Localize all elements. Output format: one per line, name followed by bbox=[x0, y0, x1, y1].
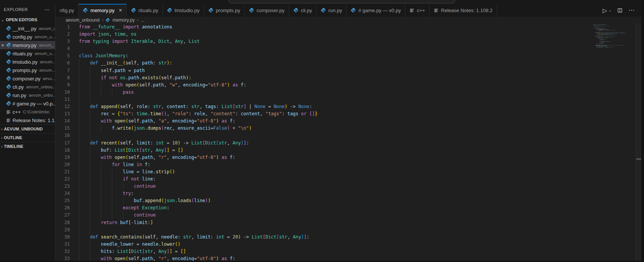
indent-guide bbox=[79, 190, 79, 197]
chevron-right-icon: › bbox=[1, 136, 2, 140]
tab-nfig-py[interactable]: nfig.py bbox=[55, 4, 79, 17]
title-bar bbox=[0, 0, 641, 4]
line-number: 2 bbox=[55, 31, 70, 38]
open-editor-item-rituals-py[interactable]: rituals.pyaevum_u... bbox=[0, 49, 55, 58]
minimap[interactable]: from __future__ import annotationsimport… bbox=[593, 24, 637, 256]
python-icon bbox=[321, 8, 326, 13]
open-editor-item-c[interactable]: c++C:\Code\limbo bbox=[0, 108, 55, 116]
open-editor-item-lmstudio-py[interactable]: lmstudio.pyaevum... bbox=[0, 58, 55, 66]
code-lines[interactable]: from __future__ import annotationsimport… bbox=[79, 24, 630, 261]
code-line-2: import json, time, os bbox=[79, 31, 630, 38]
tab-lmstudio-py[interactable]: lmstudio.py bbox=[163, 4, 204, 17]
code-line-16 bbox=[79, 132, 630, 139]
line-number: 24 bbox=[55, 190, 70, 197]
python-icon bbox=[208, 8, 214, 13]
open-editor-item-release-notes-1-1[interactable]: Release Notes: 1.1... bbox=[0, 116, 55, 124]
explorer-sidebar: EXPLORER ⋯ ⌄ OPEN EDITORS __init__.pyaev… bbox=[0, 4, 55, 261]
code-line-10: pass bbox=[79, 89, 630, 96]
python-icon bbox=[83, 8, 88, 13]
indent-guide bbox=[101, 197, 101, 204]
close-icon[interactable]: ✕ bbox=[1, 43, 4, 47]
indent-guide bbox=[90, 204, 90, 212]
python-icon bbox=[6, 34, 11, 39]
indent-guide bbox=[90, 110, 90, 118]
tab-composer-py[interactable]: composer.py bbox=[245, 4, 289, 17]
sidebar-sections: ›AEVUM_UNBOUND›OUTLINE›TIMELINE bbox=[0, 124, 55, 151]
code-line-13: rec = {"ts": time.time(), "role": role, … bbox=[79, 110, 630, 118]
line-number: 33 bbox=[55, 255, 70, 261]
python-icon bbox=[6, 42, 11, 48]
code-line-9: with open(self.path, "w", encoding="utf-… bbox=[79, 82, 630, 89]
python-icon bbox=[6, 26, 11, 31]
indent-guide bbox=[90, 89, 90, 96]
tab-prompts-py[interactable]: prompts.py bbox=[204, 4, 245, 17]
open-editors-list: __init__.pyaevum_u... config.pyaevum_u..… bbox=[0, 24, 55, 124]
line-number: 14 bbox=[55, 118, 70, 125]
indent-guide bbox=[79, 67, 79, 74]
open-editor-item-init-py[interactable]: __init__.pyaevum_u... bbox=[0, 24, 55, 33]
tab-memory-py[interactable]: memory.py✕ bbox=[79, 4, 127, 17]
open-editor-name: lmstudio.py bbox=[13, 59, 38, 65]
tab-c[interactable]: c++ bbox=[405, 4, 430, 17]
python-icon bbox=[6, 51, 11, 56]
sidebar-section-timeline[interactable]: ›TIMELINE bbox=[0, 142, 55, 151]
indent-guide bbox=[79, 125, 79, 132]
split-editor-button[interactable] bbox=[617, 8, 623, 13]
line-number: 1 bbox=[55, 24, 70, 31]
indent-guide bbox=[101, 204, 101, 212]
run-python-file-button[interactable]: ▷ ⌄ bbox=[603, 8, 611, 13]
breadcrumb-symbol[interactable]: ... bbox=[141, 17, 145, 23]
tab-label: memory.py bbox=[90, 8, 114, 13]
close-icon[interactable]: ✕ bbox=[119, 8, 122, 13]
open-editor-item-cli-py[interactable]: cli.pyaevum_unbou... bbox=[0, 83, 55, 91]
indent-guide bbox=[112, 197, 112, 204]
indent-guide bbox=[123, 212, 123, 219]
code-line-19: with open(self.path, "r", encoding="utf-… bbox=[79, 154, 630, 161]
indent-guide bbox=[79, 60, 79, 67]
breadcrumb-file[interactable]: memory.py bbox=[112, 17, 134, 23]
indent-guide bbox=[79, 161, 79, 168]
play-icon: ▷ bbox=[603, 8, 607, 13]
more-actions-icon[interactable]: ⋯ bbox=[628, 7, 635, 13]
python-icon bbox=[293, 8, 299, 13]
tab-game-py-v0-py[interactable]: # game.py — v0.py bbox=[346, 4, 405, 17]
chevron-right-icon: › bbox=[1, 127, 2, 131]
python-icon bbox=[6, 59, 11, 64]
open-editor-item-config-py[interactable]: config.pyaevum_u... bbox=[0, 33, 55, 41]
open-editor-name: memory.py bbox=[13, 42, 36, 48]
code-line-15: f.write(json.dumps(rec, ensure_ascii=Fal… bbox=[79, 125, 630, 132]
tab-release-notes-1-108-2[interactable]: Release Notes: 1.108.2 bbox=[430, 4, 497, 17]
chevron-right-icon: › bbox=[1, 144, 2, 149]
python-icon bbox=[6, 101, 11, 106]
indent-guide bbox=[112, 190, 112, 197]
explorer-more-actions-icon[interactable]: ⋯ bbox=[44, 6, 50, 13]
tab-cli-py[interactable]: cli.py bbox=[289, 4, 317, 17]
tab-label: Release Notes: 1.108.2 bbox=[441, 8, 493, 13]
code-line-26: except Exception: bbox=[79, 204, 630, 212]
indent-guide bbox=[123, 183, 123, 190]
open-editor-item-memory-py[interactable]: ✕ memory.pyaevum_... bbox=[0, 41, 55, 49]
indent-guide bbox=[79, 255, 79, 261]
vertical-scrollbar[interactable] bbox=[636, 24, 641, 261]
code-line-3: from typing import Iterable, Dict, Any, … bbox=[79, 38, 630, 45]
indent-guide bbox=[90, 226, 90, 234]
sidebar-section-outline[interactable]: ›OUTLINE bbox=[0, 133, 55, 142]
code-line-18: buf: List[Dict[str, Any]] = [] bbox=[79, 147, 630, 154]
chevron-right-icon: › bbox=[102, 17, 103, 23]
indent-guide bbox=[101, 89, 101, 96]
breadcrumb-folder[interactable]: aevum_unbound bbox=[66, 17, 99, 23]
line-number: 13 bbox=[55, 110, 70, 118]
open-editors-header[interactable]: ⌄ OPEN EDITORS bbox=[0, 15, 55, 24]
open-editor-item-game-py-v0-p[interactable]: # game.py — v0.p... bbox=[0, 99, 55, 108]
open-editor-item-run-py[interactable]: run.pyaevum_unbo... bbox=[0, 91, 55, 99]
command-center-searchbox[interactable] bbox=[229, 0, 455, 3]
open-editor-item-composer-py[interactable]: composer.pyaevu... bbox=[0, 74, 55, 83]
code-line-14: with open(self.path, "a", encoding="utf-… bbox=[79, 118, 630, 125]
tab-rituals-py[interactable]: rituals.py bbox=[127, 4, 163, 17]
open-editor-description: aevum_unbo... bbox=[28, 93, 55, 97]
tab-run-py[interactable]: run.py bbox=[316, 4, 346, 17]
sidebar-section-aevum-unbound[interactable]: ›AEVUM_UNBOUND bbox=[0, 124, 55, 133]
scrollbar-marker bbox=[636, 158, 641, 160]
open-editor-name: # game.py — v0.p... bbox=[13, 101, 55, 107]
open-editor-item-prompts-py[interactable]: prompts.pyaevum... bbox=[0, 66, 55, 74]
